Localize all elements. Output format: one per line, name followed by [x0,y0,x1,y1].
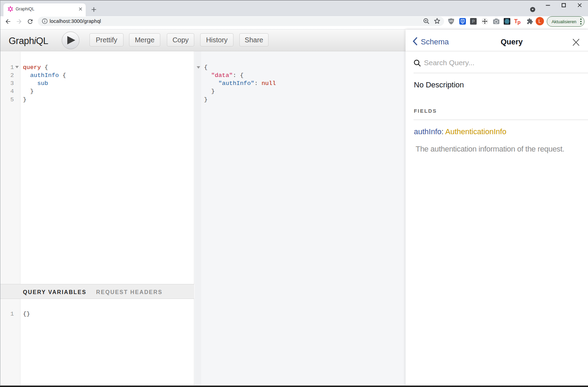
svg-text:P: P [472,19,475,24]
svg-text:UO: UO [449,20,453,22]
